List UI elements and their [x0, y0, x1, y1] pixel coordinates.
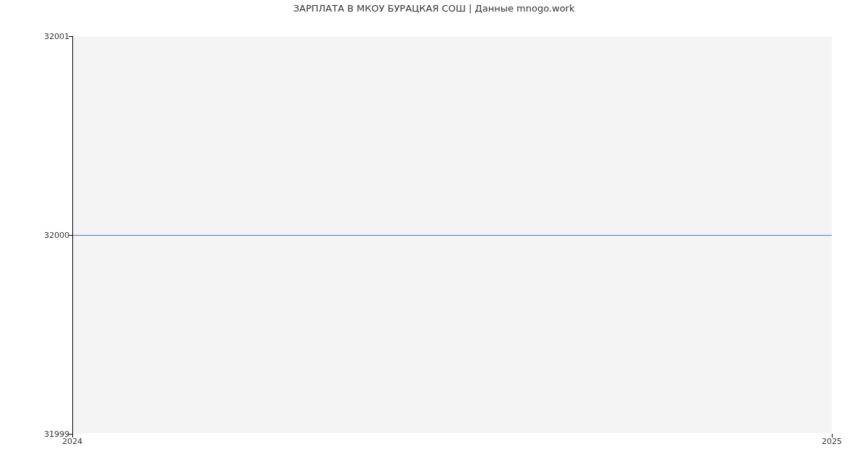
- ytick-label: 32000: [44, 231, 69, 240]
- gridline: [73, 36, 832, 37]
- xtick-label: 2025: [822, 437, 842, 446]
- chart-container: ЗАРПЛАТА В МКОУ БУРАЦКАЯ СОШ | Данные mn…: [0, 0, 868, 470]
- chart-title: ЗАРПЛАТА В МКОУ БУРАЦКАЯ СОШ | Данные mn…: [0, 3, 868, 14]
- plot-area: [72, 36, 832, 434]
- ytick-label: 32001: [44, 32, 69, 41]
- series-line-salary: [73, 235, 832, 236]
- xtick-label: 2024: [62, 437, 82, 446]
- gridline: [73, 433, 832, 434]
